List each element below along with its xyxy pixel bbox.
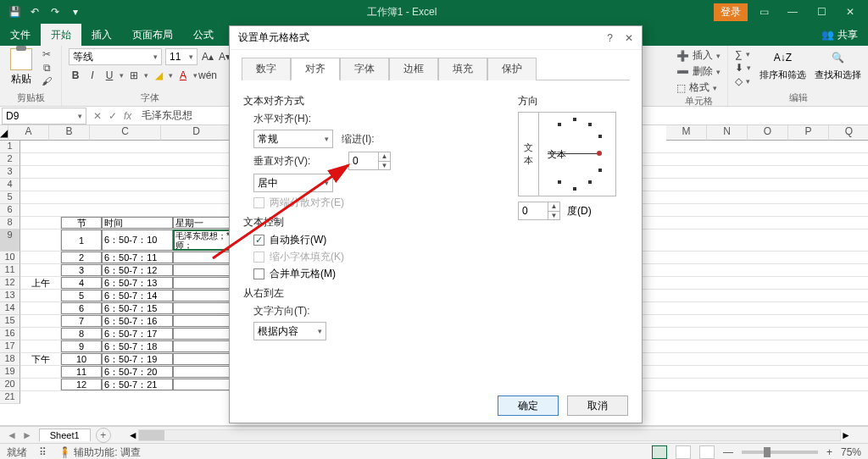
cell[interactable]: 时间 [102, 217, 173, 229]
view-normal-button[interactable] [652, 445, 667, 459]
zoom-out-button[interactable]: — [723, 446, 733, 458]
cell[interactable]: 9 [61, 340, 102, 352]
row-header[interactable]: 9 [0, 230, 20, 252]
indent-down-icon[interactable]: ▼ [378, 161, 390, 170]
tab-formula[interactable]: 公式 [183, 24, 224, 46]
border-more-icon[interactable]: ▾ [144, 71, 148, 80]
dialog-tab-number[interactable]: 数字 [242, 58, 291, 80]
cell[interactable]: 6：50-7：21 [102, 379, 173, 390]
v-align-combo[interactable]: 居中▾ [253, 174, 333, 192]
clear-button[interactable]: ◇ ▾ [735, 75, 751, 87]
wrap-text-checkbox[interactable] [253, 235, 264, 246]
cancel-formula-icon[interactable]: ✕ [93, 110, 102, 122]
undo-icon[interactable]: ↶ [29, 6, 41, 18]
dialog-help-icon[interactable]: ? [607, 32, 613, 44]
zoom-level[interactable]: 75% [841, 446, 861, 458]
row-header[interactable]: 2 [0, 153, 20, 166]
insert-cells-button[interactable]: ➕插入▾ [676, 48, 721, 63]
fill-button[interactable]: ⬇ ▾ [735, 62, 751, 74]
zoom-slider[interactable] [742, 451, 818, 454]
row-header[interactable]: 4 [0, 179, 20, 191]
font-size-combo[interactable]: 11▾ [165, 48, 198, 65]
row-header[interactable]: 10 [0, 252, 20, 264]
font-color-more-icon[interactable]: ▾ [193, 71, 198, 80]
cell[interactable]: 10 [61, 353, 102, 365]
cell[interactable]: 6：50-7：10 [102, 230, 173, 251]
row-header[interactable]: 1 [0, 141, 20, 153]
minimize-icon[interactable]: — [780, 3, 805, 21]
row-header[interactable]: 17 [0, 340, 20, 353]
col-header[interactable]: A [8, 125, 49, 141]
dialog-tab-protect[interactable]: 保护 [487, 58, 537, 80]
row-header[interactable]: 21 [0, 391, 20, 404]
dialog-tab-font[interactable]: 字体 [340, 58, 389, 80]
sheet-nav-last-icon[interactable]: ► [22, 429, 32, 441]
underline-icon[interactable]: U [103, 69, 116, 82]
row-header[interactable]: 14 [0, 302, 20, 315]
cell[interactable]: 6：50-7：13 [102, 277, 173, 289]
add-sheet-button[interactable]: + [96, 428, 111, 443]
row-header[interactable]: 19 [0, 366, 20, 379]
qat-more-icon[interactable]: ▾ [70, 6, 81, 18]
select-all-corner[interactable]: ◢ [0, 125, 8, 141]
col-header[interactable]: C [90, 125, 161, 141]
increase-font-icon[interactable]: A▴ [201, 50, 214, 64]
cell[interactable]: 6：50-7：12 [102, 264, 173, 276]
sheet-nav-first-icon[interactable]: ◄ [7, 429, 17, 441]
dialog-close-icon[interactable]: ✕ [625, 32, 633, 44]
cell[interactable]: 5 [61, 290, 102, 301]
cell[interactable]: 6：50-7：19 [102, 353, 173, 365]
status-macro-icon[interactable]: ⠿ [39, 446, 47, 458]
delete-cells-button[interactable]: ➖删除▾ [676, 64, 721, 79]
save-icon[interactable]: 💾 [8, 6, 20, 18]
row-header[interactable]: 15 [0, 315, 20, 328]
autosum-button[interactable]: ∑ ▾ [735, 48, 751, 60]
orientation-dial[interactable]: 文本 [539, 113, 615, 196]
tab-layout[interactable]: 页面布局 [122, 24, 183, 46]
col-header[interactable]: M [666, 125, 707, 141]
cell-am-label[interactable]: 上午 [20, 277, 61, 289]
login-button[interactable]: 登录 [714, 3, 748, 21]
col-header[interactable]: Q [829, 125, 868, 141]
text-direction-combo[interactable]: 根据内容▾ [253, 322, 326, 340]
dialog-tab-fill[interactable]: 填充 [438, 58, 487, 80]
col-header[interactable]: D [161, 125, 232, 141]
row-header[interactable]: 16 [0, 328, 20, 340]
cell[interactable]: 2 [61, 252, 102, 263]
cell[interactable]: 6 [61, 302, 102, 314]
degrees-spinner[interactable]: 0 ▲▼ [518, 202, 560, 220]
cell[interactable]: 6：50-7：11 [102, 252, 173, 263]
paste-button[interactable]: 粘贴 [7, 48, 36, 87]
tab-insert[interactable]: 插入 [81, 24, 122, 46]
cut-icon[interactable]: ✂ [39, 48, 54, 60]
redo-icon[interactable]: ↷ [49, 6, 61, 18]
dialog-tab-align[interactable]: 对齐 [291, 58, 340, 80]
ok-button[interactable]: 确定 [498, 395, 559, 416]
col-header[interactable]: N [707, 125, 748, 141]
cell[interactable]: 节 [61, 217, 102, 229]
deg-down-icon[interactable]: ▼ [548, 211, 559, 220]
name-box[interactable]: D9▾ [2, 108, 86, 124]
cancel-button[interactable]: 取消 [567, 395, 628, 416]
sort-filter-button[interactable]: A↓Z 排序和筛选 [760, 48, 806, 87]
cell[interactable]: 6：50-7：17 [102, 328, 173, 340]
row-header[interactable]: 6 [0, 204, 20, 217]
font-color-icon[interactable]: A [176, 69, 190, 82]
format-cells-button[interactable]: ⬚格式▾ [676, 80, 721, 95]
ribbon-options-icon[interactable]: ▭ [751, 3, 776, 21]
row-header[interactable]: 8 [0, 217, 20, 230]
phonetic-icon[interactable]: wén [201, 69, 214, 82]
copy-icon[interactable]: ⧉ [39, 62, 54, 74]
cell[interactable]: 6：50-7：18 [102, 340, 173, 352]
merge-cells-checkbox[interactable] [253, 268, 264, 279]
row-header[interactable]: 3 [0, 166, 20, 179]
cell[interactable]: 7 [61, 315, 102, 327]
find-select-button[interactable]: 🔍 查找和选择 [815, 48, 861, 87]
sheet-tab[interactable]: Sheet1 [39, 429, 91, 441]
indent-spinner[interactable]: 0 ▲▼ [348, 152, 391, 170]
font-name-combo[interactable]: 等线▾ [69, 48, 162, 65]
col-header[interactable]: P [788, 125, 829, 141]
status-accessibility[interactable]: 🧍 辅助功能: 调查 [58, 445, 141, 460]
cell[interactable]: 6：50-7：15 [102, 302, 173, 314]
cell[interactable]: 6：50-7：16 [102, 315, 173, 327]
